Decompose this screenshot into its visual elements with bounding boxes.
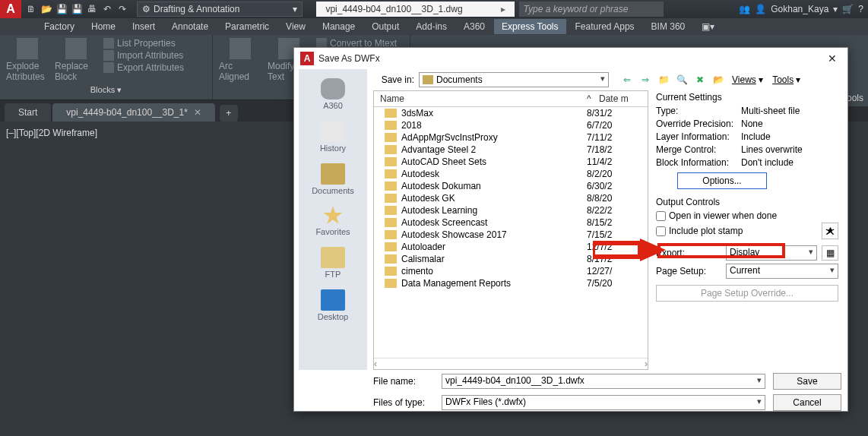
search-web-button[interactable]: 🔍: [674, 72, 689, 87]
save-icon[interactable]: 💾: [55, 2, 68, 16]
file-row[interactable]: Autodesk Dokuman6/30/2: [374, 180, 648, 192]
app-logo[interactable]: A: [0, 0, 21, 18]
place-desktop[interactable]: Desktop: [303, 286, 363, 324]
ribbon-focus-icon[interactable]: ▣▾: [694, 19, 722, 34]
folder-icon: [385, 133, 397, 142]
explode-attributes-button[interactable]: Explode Attributes: [6, 38, 49, 82]
file-row[interactable]: Autodesk Showcase 20177/15/2: [374, 229, 648, 241]
menu-insert[interactable]: Insert: [125, 19, 163, 34]
saveas-icon[interactable]: 💾: [70, 2, 84, 16]
file-date: 7/5/20: [587, 278, 641, 289]
h-scrollbar[interactable]: ‹›: [374, 358, 648, 369]
plot-icon[interactable]: 🖶: [85, 2, 99, 16]
menu-a360[interactable]: A360: [456, 19, 493, 34]
menu-bim360[interactable]: BIM 360: [644, 19, 693, 34]
up-button[interactable]: 📁: [656, 72, 671, 87]
panel-title[interactable]: Blocks ▾: [6, 84, 206, 96]
cancel-button[interactable]: Cancel: [773, 394, 841, 411]
user-icon[interactable]: 👤: [755, 4, 766, 14]
file-row[interactable]: Calismalar8/17/2: [374, 253, 648, 265]
place-history[interactable]: History: [303, 118, 363, 156]
menu-express-tools[interactable]: Express Tools: [494, 19, 565, 34]
exchange-icon[interactable]: 🛒: [842, 4, 854, 14]
back-button[interactable]: ⇐: [619, 72, 635, 87]
undo-icon[interactable]: ↶: [100, 2, 114, 16]
new-folder-button[interactable]: 📂: [711, 72, 726, 87]
file-row[interactable]: AdAppMgrSvcInstProxy7/11/2: [374, 131, 648, 144]
file-row[interactable]: Advantage Steel 27/18/2: [374, 144, 648, 156]
help-icon[interactable]: ?: [858, 4, 863, 14]
file-list-header[interactable]: Name ^ Date m: [374, 91, 648, 107]
file-row[interactable]: Autoloader12/7/2: [374, 241, 648, 253]
file-name: AdAppMgrSvcInstProxy: [401, 132, 587, 143]
new-tab-button[interactable]: +: [220, 105, 238, 122]
place-ftp[interactable]: FTP: [303, 244, 363, 282]
workspace-combo[interactable]: ⚙ Drafting & Annotation ▾: [137, 2, 303, 17]
export-combo[interactable]: Display: [726, 245, 817, 261]
chevron-right-icon[interactable]: ▸: [501, 4, 505, 14]
col-date[interactable]: Date m: [593, 91, 648, 106]
menu-view[interactable]: View: [278, 19, 313, 34]
file-row[interactable]: Autodesk8/2/20: [374, 168, 648, 180]
redo-icon[interactable]: ↷: [116, 2, 129, 16]
menu-parametric[interactable]: Parametric: [217, 19, 277, 34]
file-row[interactable]: 3dsMax8/31/2: [374, 107, 648, 119]
menu-output[interactable]: Output: [364, 19, 407, 34]
forward-button[interactable]: ⇒: [638, 72, 653, 87]
plot-stamp-settings-button[interactable]: 🟊: [822, 223, 838, 239]
col-name[interactable]: Name: [374, 91, 581, 106]
close-icon[interactable]: ✕: [194, 107, 201, 118]
savein-combo[interactable]: Documents: [419, 72, 609, 87]
save-button[interactable]: Save: [773, 373, 841, 390]
settings-pane: Current Settings Type:Multi-sheet file O…: [653, 90, 841, 370]
file-row[interactable]: Autodesk Learning8/22/2: [374, 204, 648, 216]
views-menu[interactable]: Views ▾: [729, 74, 766, 85]
file-row[interactable]: cimento12/27/: [374, 265, 648, 277]
dialog-footer: File name: vpi_4449-b04_dn100__3D_1.dwfx…: [294, 370, 847, 422]
menu-home[interactable]: Home: [84, 19, 123, 34]
filename-label: File name:: [373, 376, 434, 387]
open-in-viewer-checkbox[interactable]: [656, 211, 666, 221]
filename-input[interactable]: vpi_4449-b04_dn100__3D_1.dwfx: [442, 374, 765, 389]
new-icon[interactable]: 🗎: [24, 2, 38, 16]
chevron-down-icon[interactable]: ▾: [833, 4, 838, 14]
menu-manage[interactable]: Manage: [315, 19, 363, 34]
file-row[interactable]: AutoCAD Sheet Sets11/4/2: [374, 156, 648, 168]
file-date: 8/2/20: [587, 169, 641, 179]
place-a360[interactable]: A360: [303, 75, 363, 113]
menu-featured-apps[interactable]: Featured Apps: [568, 19, 642, 34]
place-favorites[interactable]: Favorites: [303, 203, 363, 239]
page-setup-combo[interactable]: Current: [726, 264, 838, 279]
menu-factory[interactable]: Factory: [36, 19, 82, 34]
folder-icon: [385, 218, 397, 227]
workspace-label: Drafting & Annotation: [154, 4, 239, 14]
menu-addins[interactable]: Add-ins: [408, 19, 455, 34]
import-attributes-button[interactable]: Import Attributes: [103, 50, 184, 61]
file-name: Autoloader: [401, 242, 587, 252]
signin-icon[interactable]: 👥: [739, 4, 750, 14]
file-list[interactable]: Name ^ Date m 3dsMax8/31/220186/7/20AdAp…: [373, 90, 648, 370]
tab-document[interactable]: vpi_4449-b04_dn100__3D_1*✕: [52, 103, 214, 122]
dialog-titlebar: A Save As DWFx ✕: [294, 48, 847, 69]
options-button[interactable]: Options...: [677, 172, 767, 189]
export-attributes-button[interactable]: Export Attributes: [103, 62, 184, 73]
list-properties-button[interactable]: List Properties: [103, 38, 184, 49]
window-select-button[interactable]: ▦: [822, 245, 838, 261]
tools-menu[interactable]: Tools ▾: [769, 74, 803, 85]
file-row[interactable]: Autodesk Screencast8/15/2: [374, 216, 648, 229]
close-button[interactable]: ✕: [823, 49, 841, 68]
tab-start[interactable]: Start: [5, 103, 51, 122]
menu-annotate[interactable]: Annotate: [164, 19, 216, 34]
file-row[interactable]: 20186/7/20: [374, 119, 648, 131]
include-plot-stamp-checkbox[interactable]: [656, 226, 666, 236]
open-icon[interactable]: 📂: [40, 2, 53, 16]
delete-button[interactable]: ✖: [692, 72, 708, 87]
file-row[interactable]: Autodesk GK8/8/20: [374, 192, 648, 204]
arc-aligned-button[interactable]: Arc Aligned: [219, 38, 261, 82]
help-search-input[interactable]: Type a keyword or phrase: [519, 2, 664, 17]
user-name[interactable]: Gokhan_Kaya: [771, 4, 828, 14]
filetype-combo[interactable]: DWFx Files (*.dwfx): [442, 395, 765, 410]
place-documents[interactable]: Documents: [303, 160, 363, 198]
file-row[interactable]: Data Management Reports7/5/20: [374, 277, 648, 289]
replace-block-button[interactable]: Replace Block: [55, 38, 97, 82]
